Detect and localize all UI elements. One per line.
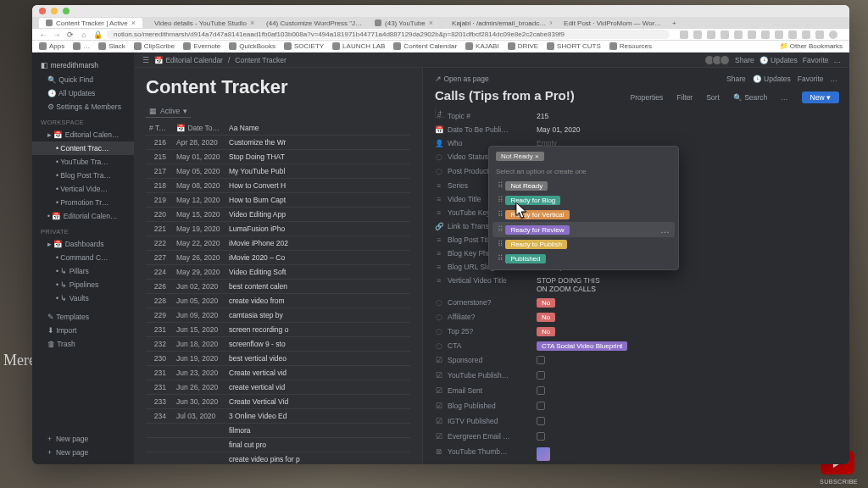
ext-icon[interactable] [748, 30, 756, 39]
other-bookmarks[interactable]: 📁 Other Bookmarks [780, 42, 843, 50]
ext-icon[interactable] [693, 30, 702, 39]
drag-handle-icon[interactable]: ⠿ [498, 254, 504, 263]
maximize-window[interactable] [63, 8, 70, 14]
peek-share[interactable]: Share [726, 75, 746, 83]
bookmark[interactable]: Resources [609, 42, 652, 50]
close-tab-icon[interactable]: × [365, 19, 366, 27]
sidebar-page[interactable]: • Blog Post Tra… [32, 169, 134, 182]
close-tab-icon[interactable]: × [549, 19, 552, 27]
favorite-button[interactable]: Favorite [803, 56, 829, 64]
reload-icon[interactable]: ⟳ [66, 30, 75, 39]
property-row[interactable]: ☑Blog Published [435, 399, 837, 414]
drag-handle-icon[interactable]: ⠿ [498, 225, 504, 234]
table-row[interactable]: 229Jun 09, 2020camtasia step by [146, 308, 410, 323]
browser-tab[interactable]: (44) Customize WordPress "J…× [256, 18, 366, 28]
peek-favorite[interactable]: Favorite [798, 75, 824, 83]
property-row[interactable]: #Topic #215 [435, 109, 837, 123]
new-page-button[interactable]: + New page [32, 432, 134, 446]
more-icon[interactable]: … [781, 93, 788, 102]
table-row[interactable]: 215May 01, 2020Stop Doing THAT [146, 150, 410, 164]
dropdown-option[interactable]: ⠿ Ready for Blog [492, 193, 675, 208]
table-row[interactable]: 231Jun 26, 2020create vertical vid [146, 380, 410, 395]
sidebar-page[interactable]: • ↳ Pillars [32, 264, 134, 278]
sidebar-item[interactable]: ⚙ Settings & Members [32, 100, 134, 114]
home-icon[interactable]: ⌂ [80, 30, 88, 39]
table-row[interactable]: create video pins for p [146, 452, 410, 464]
sidebar-page[interactable]: • Content Trac… [32, 141, 134, 155]
bookmark[interactable]: Apps [39, 42, 64, 50]
property-row[interactable]: ☑YouTube Publish… [435, 369, 837, 384]
open-as-page[interactable]: ↗ Open as page [435, 75, 489, 83]
table-row[interactable]: 220May 15, 2020Video Editing App [146, 208, 410, 222]
table-row[interactable]: 224May 29, 2020Video Editing Soft [146, 265, 410, 280]
property-row[interactable]: ☑Email Sent [435, 384, 837, 399]
col-topic[interactable]: # Topic # [146, 121, 173, 135]
ext-icon[interactable] [707, 30, 715, 39]
col-name[interactable]: Aa Name [225, 121, 410, 135]
property-row[interactable]: ◌Affiliate?No [435, 310, 837, 324]
ext-icon[interactable] [829, 30, 837, 39]
browser-tab[interactable]: Video details - YouTube Studio× [144, 18, 254, 28]
peek-more-icon[interactable]: … [831, 75, 838, 83]
add-column-button[interactable]: + [435, 108, 445, 118]
workspace-switcher[interactable]: ◧ meredithmarsh [32, 58, 134, 73]
address-bar[interactable]: notion.so/meredithmarsh/d914a7d47a8141ea… [107, 30, 670, 39]
ext-icon[interactable] [815, 30, 824, 39]
ext-icon[interactable] [721, 30, 729, 39]
selected-tag[interactable]: Not Ready × [496, 152, 544, 161]
property-row[interactable]: ◌CTACTA Social Video Blueprint [435, 339, 837, 353]
table-row[interactable]: final cut pro [146, 438, 410, 452]
sidebar-item[interactable]: ⬇ Import [32, 324, 134, 337]
back-icon[interactable]: ← [39, 30, 47, 39]
select-dropdown[interactable]: Not Ready × Select an option or create o… [488, 146, 679, 270]
sidebar-item[interactable]: 🕓 All Updates [32, 86, 134, 100]
ext-icon[interactable] [734, 30, 743, 39]
sidebar-page[interactable]: • ↳ Vaults [32, 291, 134, 305]
table-row[interactable]: filmora [146, 424, 410, 438]
share-button[interactable]: Share [735, 56, 754, 64]
table-row[interactable]: 231Jun 15, 2020screen recording o [146, 323, 410, 337]
bookmark[interactable]: SHORT CUTS [547, 42, 601, 50]
property-row[interactable]: ☑IGTV Published [435, 414, 837, 430]
sort-button[interactable]: Sort [706, 93, 720, 102]
property-row[interactable]: ≡Vertical Video TitleSTOP DOING THISON Z… [435, 274, 837, 296]
sidebar-page[interactable]: ▸ 📅 Dashboards [32, 237, 134, 251]
ext-icon[interactable] [761, 30, 770, 39]
ext-icon[interactable] [802, 30, 810, 39]
dropdown-option[interactable]: ⠿ Ready for Review… [492, 222, 675, 237]
sidebar-item[interactable]: 🗑 Trash [32, 337, 134, 351]
table-row[interactable]: 217May 05, 2020My YouTube Publ [146, 164, 410, 179]
close-window[interactable] [39, 8, 46, 14]
table-row[interactable]: 222May 22, 2020iMovie iPhone 202 [146, 236, 410, 251]
checkbox[interactable] [537, 432, 545, 441]
breadcrumb[interactable]: 📅 Editorial Calendar [154, 56, 223, 64]
bookmark[interactable]: … [73, 42, 90, 50]
col-date[interactable]: 📅 Date To… [173, 121, 225, 135]
table-row[interactable]: 221May 19, 2020LumaFusion iPho [146, 222, 410, 236]
sidebar-page[interactable]: • Promotion Tr… [32, 196, 134, 209]
dropdown-option[interactable]: ⠿ Published [492, 252, 675, 266]
drag-handle-icon[interactable]: ⠿ [498, 210, 504, 219]
bookmark[interactable]: DRIVE [508, 42, 538, 50]
browser-tab[interactable]: Content Tracker | Active× [39, 18, 142, 28]
sidebar-page[interactable]: • Vertical Vide… [32, 182, 134, 196]
browser-tab[interactable]: Kajabi · /admin/email_broadc…× [442, 18, 552, 28]
table-row[interactable]: 231Jun 23, 2020Create vertical vid [146, 366, 410, 380]
drag-handle-icon[interactable]: ⠿ [498, 240, 504, 248]
bookmark[interactable]: SOCIETY [284, 42, 324, 50]
table-row[interactable]: 232Jun 18, 2020screenflow 9 - sto [146, 337, 410, 352]
more-icon[interactable]: … [834, 56, 842, 64]
new-page-button[interactable]: + New page [32, 446, 134, 459]
table-row[interactable]: 216Apr 28, 2020Customize the Wr [146, 136, 410, 150]
updates-button[interactable]: 🕓 Updates [760, 56, 798, 64]
property-row[interactable]: ◌Top 25?No [435, 324, 837, 339]
new-tab-button[interactable]: + [665, 19, 683, 28]
property-row[interactable]: ☑Sponsored [435, 353, 837, 369]
property-row[interactable]: 🗎YouTube Thumb… [435, 445, 837, 464]
browser-tab[interactable]: (43) YouTube× [368, 18, 440, 28]
bookmark[interactable]: Content Calendar [393, 42, 457, 50]
remove-tag-icon[interactable]: × [535, 152, 539, 160]
thumbnail-preview[interactable] [537, 447, 550, 461]
checkbox[interactable] [537, 386, 545, 395]
dropdown-option[interactable]: ⠿ Ready for Vertical [492, 208, 675, 222]
